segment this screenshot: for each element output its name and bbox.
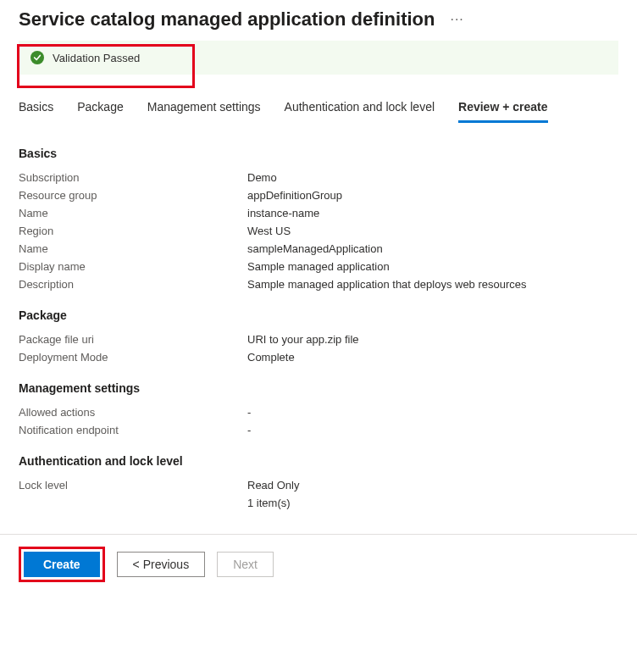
row-notification-endpoint: Notification endpoint- <box>19 421 618 439</box>
value: Demo <box>247 171 277 184</box>
value: sampleManagedApplication <box>247 242 383 255</box>
section-title-management: Management settings <box>19 381 618 395</box>
label: Region <box>19 225 247 237</box>
more-icon[interactable]: ··· <box>450 12 463 27</box>
tab-review-create[interactable]: Review + create <box>458 100 547 123</box>
value: West US <box>247 225 291 237</box>
row-resource-group: Resource groupappDefinitionGroup <box>19 186 618 204</box>
validation-message: Validation Passed <box>53 52 140 64</box>
value: 1 item(s) <box>247 497 291 509</box>
value: - <box>247 424 251 436</box>
row-deployment-mode: Deployment ModeComplete <box>19 348 618 366</box>
value: instance-name <box>247 207 319 219</box>
row-display-name: Display nameSample managed application <box>19 258 618 275</box>
label: Description <box>19 278 247 291</box>
value: Complete <box>247 351 295 364</box>
label: Notification endpoint <box>19 424 247 436</box>
row-allowed-actions: Allowed actions- <box>19 403 618 421</box>
label: Package file uri <box>19 333 247 346</box>
tab-basics[interactable]: Basics <box>19 100 53 123</box>
check-circle-icon <box>30 51 44 64</box>
page-title: Service catalog managed application defi… <box>19 8 435 31</box>
row-items-count: 1 item(s) <box>19 494 618 512</box>
next-button: Next <box>217 552 274 577</box>
label: Deployment Mode <box>19 351 247 364</box>
create-highlight-annotation: Create <box>19 547 105 582</box>
label <box>19 497 247 509</box>
section-title-basics: Basics <box>19 147 618 160</box>
section-title-package: Package <box>19 308 618 322</box>
section-title-auth: Authentication and lock level <box>19 454 618 468</box>
row-name: Nameinstance-name <box>19 204 618 222</box>
value: Sample managed application <box>247 260 390 273</box>
value: URI to your app.zip file <box>247 333 359 346</box>
value: - <box>247 406 251 419</box>
row-lock-level: Lock levelRead Only <box>19 476 618 494</box>
create-button[interactable]: Create <box>24 552 100 577</box>
row-description: DescriptionSample managed application th… <box>19 275 618 293</box>
tab-management-settings[interactable]: Management settings <box>147 100 261 123</box>
value: Read Only <box>247 479 299 492</box>
label: Name <box>19 207 247 219</box>
validation-banner: Validation Passed <box>19 41 618 75</box>
tabs: Basics Package Management settings Authe… <box>0 75 637 123</box>
row-subscription: SubscriptionDemo <box>19 169 618 186</box>
row-package-uri: Package file uriURI to your app.zip file <box>19 330 618 348</box>
tab-package[interactable]: Package <box>77 100 123 123</box>
value: appDefinitionGroup <box>247 189 342 202</box>
label: Allowed actions <box>19 406 247 419</box>
value: Sample managed application that deploys … <box>247 278 527 291</box>
review-content: Basics SubscriptionDemo Resource groupap… <box>0 123 637 512</box>
label: Subscription <box>19 171 247 184</box>
row-name-2: NamesampleManagedApplication <box>19 240 618 258</box>
label: Lock level <box>19 479 247 492</box>
row-region: RegionWest US <box>19 222 618 240</box>
footer: Create < Previous Next <box>0 534 637 594</box>
label: Display name <box>19 260 247 273</box>
label: Name <box>19 242 247 255</box>
label: Resource group <box>19 189 247 202</box>
tab-authentication-lock[interactable]: Authentication and lock level <box>285 100 435 123</box>
previous-button[interactable]: < Previous <box>117 552 206 577</box>
